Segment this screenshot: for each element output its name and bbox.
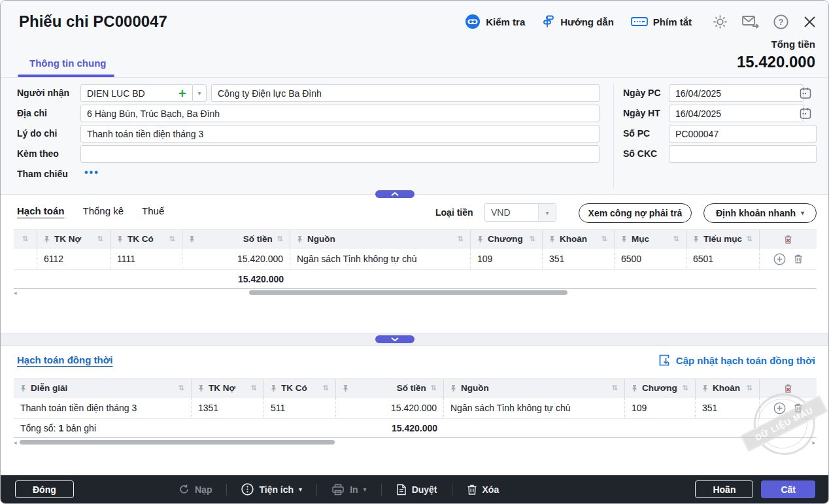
page-title: Phiếu chi PC000047 bbox=[19, 12, 167, 31]
so-tien-cell[interactable]: 15.420.000 bbox=[182, 248, 290, 269]
col-header-so-tien[interactable]: Số tiền⇅ bbox=[336, 379, 444, 397]
tab-tax[interactable]: Thuế bbox=[142, 205, 164, 216]
scroll-left-icon[interactable]: ◂ bbox=[14, 290, 17, 296]
form-vertical-divider bbox=[613, 83, 614, 189]
send-mail-icon[interactable] bbox=[742, 14, 759, 29]
col-header-khoan[interactable]: Khoản⇅ bbox=[543, 230, 615, 248]
simultaneous-total-value: 15.420.000 bbox=[336, 419, 444, 437]
close-icon[interactable] bbox=[803, 15, 817, 29]
quick-entry-button[interactable]: Định khoản nhanh ▾ bbox=[703, 203, 817, 223]
col-header-so-tien[interactable]: Số tiền⇅ bbox=[182, 230, 290, 248]
accounting-total-value: 15.420.000 bbox=[182, 270, 290, 288]
add-row-icon[interactable] bbox=[773, 253, 786, 265]
nguon-cell[interactable]: Ngân sách Tỉnh không tự chủ bbox=[444, 397, 625, 418]
col-header-dien-giai[interactable]: Diễn giải⇅ bbox=[14, 379, 192, 397]
col-header-tk-no[interactable]: TK Nợ⇅ bbox=[192, 379, 264, 397]
col-header-tk-no[interactable]: TK Nợ⇅ bbox=[37, 230, 110, 248]
col-header-tk-co[interactable]: TK Có⇅ bbox=[110, 230, 182, 248]
reference-more-icon[interactable]: ••• bbox=[84, 167, 99, 178]
reason-input[interactable] bbox=[80, 125, 600, 143]
collapse-form-button[interactable] bbox=[375, 190, 414, 198]
simultaneous-section-link[interactable]: Hạch toán đồng thời bbox=[17, 354, 112, 365]
khoan-cell[interactable]: 351 bbox=[543, 248, 615, 269]
tieu-muc-cell[interactable]: 6501 bbox=[686, 248, 760, 269]
scrollbar-thumb[interactable] bbox=[249, 290, 567, 295]
col-header-nguon[interactable]: Nguồn⇅ bbox=[290, 230, 471, 248]
tk-no-cell[interactable]: 6112 bbox=[37, 248, 110, 269]
update-simultaneous-link[interactable]: Cập nhật hạch toán đồng thời bbox=[658, 354, 815, 367]
ckc-number-input[interactable] bbox=[669, 145, 817, 163]
reload-button[interactable]: Nạp bbox=[164, 484, 226, 495]
receiver-code-input[interactable] bbox=[80, 84, 193, 102]
view-payables-label: Xem công nợ phải trả bbox=[588, 208, 683, 218]
chuong-cell[interactable]: 109 bbox=[471, 248, 543, 269]
posting-date-input[interactable] bbox=[669, 105, 804, 122]
row-sort-header[interactable]: ⇅ bbox=[14, 230, 37, 248]
section-band bbox=[1, 333, 828, 346]
delete-all-rows-header[interactable] bbox=[760, 379, 817, 397]
scrollbar-thumb[interactable] bbox=[20, 440, 335, 445]
tab-statistics[interactable]: Thống kê bbox=[83, 205, 124, 216]
chevron-down-icon: ▾ bbox=[801, 210, 804, 216]
so-tien-cell[interactable]: 15.420.000 bbox=[336, 397, 444, 418]
scroll-left-icon[interactable]: ◂ bbox=[14, 440, 17, 446]
header-divider bbox=[1, 77, 828, 78]
col-header-tk-co[interactable]: TK Có⇅ bbox=[264, 379, 336, 397]
tk-co-cell[interactable]: 511 bbox=[264, 397, 336, 418]
guide-button[interactable]: Hướng dẫn bbox=[542, 14, 614, 29]
nguon-cell[interactable]: Ngân sách Tỉnh không tự chủ bbox=[290, 248, 471, 269]
voucher-date-input[interactable] bbox=[669, 84, 804, 102]
simultaneous-table-scrollbar[interactable]: ◂ ▸ bbox=[14, 440, 817, 445]
calendar-icon[interactable] bbox=[800, 107, 811, 120]
simultaneous-table-row[interactable]: Thanh toán tiền điện tháng 3 1351 511 15… bbox=[14, 397, 817, 419]
voucher-number-input[interactable] bbox=[669, 125, 817, 143]
shortcut-button[interactable]: Phím tắt bbox=[631, 16, 692, 27]
chuong-cell[interactable]: 109 bbox=[625, 397, 696, 418]
gear-icon[interactable] bbox=[713, 14, 728, 29]
accounting-table-row[interactable]: 6112 1111 15.420.000 Ngân sách Tỉnh khôn… bbox=[14, 248, 817, 270]
delete-row-icon[interactable] bbox=[794, 403, 803, 413]
tk-co-cell[interactable]: 1111 bbox=[110, 248, 182, 269]
close-button[interactable]: Đóng bbox=[15, 480, 74, 498]
receiver-dropdown-button[interactable]: ▾ bbox=[192, 84, 207, 102]
pin-icon bbox=[693, 235, 699, 243]
add-receiver-icon[interactable]: + bbox=[178, 87, 186, 100]
calendar-icon[interactable] bbox=[800, 87, 811, 99]
col-header-chuong[interactable]: Chương⇅ bbox=[625, 379, 696, 397]
chevron-up-icon bbox=[390, 192, 399, 197]
delete-button[interactable]: Xóa bbox=[452, 484, 514, 496]
tab-general-info[interactable]: Thông tin chung bbox=[29, 58, 106, 69]
expand-section-button[interactable] bbox=[375, 335, 414, 343]
scroll-right-icon[interactable]: ▸ bbox=[812, 440, 815, 446]
col-header-muc[interactable]: Mục⇅ bbox=[615, 230, 686, 248]
add-row-icon[interactable] bbox=[773, 402, 786, 414]
khoan-cell[interactable]: 351 bbox=[696, 397, 760, 418]
check-button[interactable]: Kiểm tra bbox=[465, 14, 525, 29]
muc-cell[interactable]: 6500 bbox=[615, 248, 686, 269]
save-button[interactable]: Cất bbox=[761, 480, 815, 498]
tab-accounting[interactable]: Hạch toán bbox=[17, 205, 65, 216]
help-icon[interactable]: ? bbox=[773, 14, 788, 29]
approve-button[interactable]: Duyệt bbox=[382, 484, 452, 496]
pin-icon bbox=[117, 235, 123, 243]
col-header-chuong[interactable]: Chương⇅ bbox=[471, 230, 543, 248]
receiver-name-input[interactable] bbox=[211, 84, 600, 102]
delete-all-rows-header[interactable] bbox=[760, 230, 817, 248]
guide-label: Hướng dẫn bbox=[560, 16, 614, 27]
attachment-input[interactable] bbox=[80, 145, 600, 163]
col-header-khoan[interactable]: Khoản⇅ bbox=[696, 379, 760, 397]
reference-label: Tham chiếu bbox=[17, 169, 68, 179]
accounting-table-scrollbar[interactable]: ◂ bbox=[14, 290, 817, 295]
view-payables-button[interactable]: Xem công nợ phải trả bbox=[579, 203, 692, 223]
col-header-nguon[interactable]: Nguồn⇅ bbox=[444, 379, 625, 397]
postpone-button[interactable]: Hoãn bbox=[695, 480, 753, 498]
delete-row-icon[interactable] bbox=[794, 254, 803, 264]
currency-select[interactable]: VND ▾ bbox=[484, 203, 556, 222]
utilities-button[interactable]: Tiện ích ▾ bbox=[227, 483, 316, 496]
pin-icon bbox=[198, 384, 204, 392]
col-header-tieu-muc[interactable]: Tiểu mục⇅ bbox=[686, 230, 760, 248]
dien-giai-cell[interactable]: Thanh toán tiền điện tháng 3 bbox=[14, 397, 192, 418]
print-button[interactable]: In ▾ bbox=[317, 484, 381, 496]
address-input[interactable] bbox=[80, 105, 600, 122]
tk-no-cell[interactable]: 1351 bbox=[192, 397, 264, 418]
